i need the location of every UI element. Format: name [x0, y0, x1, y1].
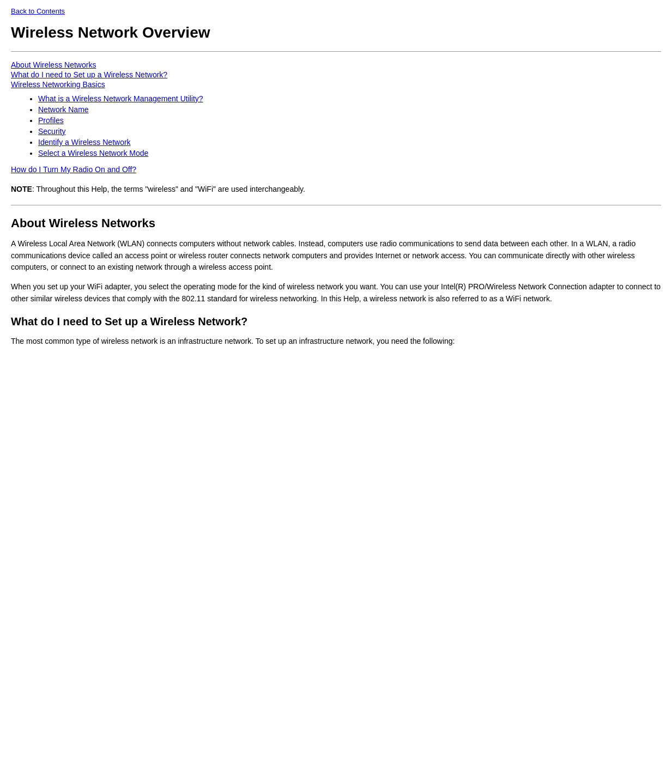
- note-block: NOTE: Throughout this Help, the terms "w…: [11, 184, 661, 195]
- about-paragraph-1: A Wireless Local Area Network (WLAN) con…: [11, 238, 661, 274]
- toc-sublist: What is a Wireless Network Management Ut…: [11, 94, 661, 157]
- top-divider: [11, 51, 661, 52]
- list-item: Identify a Wireless Network: [38, 138, 661, 147]
- setup-section-title: What do I need to Set up a Wireless Netw…: [11, 315, 661, 328]
- list-item: What is a Wireless Network Management Ut…: [38, 94, 661, 103]
- setup-paragraph-1: The most common type of wireless network…: [11, 336, 661, 348]
- about-paragraph-2: When you set up your WiFi adapter, you s…: [11, 281, 661, 305]
- toc-link-security[interactable]: Security: [38, 127, 66, 136]
- toc-link-select-mode[interactable]: Select a Wireless Network Mode: [38, 149, 148, 157]
- toc-link-about[interactable]: About Wireless Networks: [11, 60, 661, 69]
- toc-link-setup[interactable]: What do I need to Set up a Wireless Netw…: [11, 70, 661, 79]
- list-item: Network Name: [38, 105, 661, 114]
- list-item: Select a Wireless Network Mode: [38, 149, 661, 157]
- about-section-title: About Wireless Networks: [11, 216, 661, 230]
- toc-link-profiles[interactable]: Profiles: [38, 116, 64, 125]
- toc-link-identify[interactable]: Identify a Wireless Network: [38, 138, 131, 147]
- page-title: Wireless Network Overview: [11, 24, 661, 41]
- toc-radio-section: How do I Turn My Radio On and Off?: [11, 165, 661, 174]
- note-label: NOTE: [11, 185, 32, 193]
- toc-link-radio[interactable]: How do I Turn My Radio On and Off?: [11, 165, 136, 174]
- list-item: Security: [38, 127, 661, 136]
- note-text: : Throughout this Help, the terms "wirel…: [32, 185, 305, 193]
- list-item: Profiles: [38, 116, 661, 125]
- toc-link-basics[interactable]: Wireless Networking Basics: [11, 80, 661, 89]
- toc-top-links: About Wireless Networks What do I need t…: [11, 60, 661, 89]
- middle-divider: [11, 205, 661, 205]
- toc-link-networkname[interactable]: Network Name: [38, 105, 89, 114]
- back-to-contents-link[interactable]: Back to Contents: [11, 7, 65, 15]
- toc-link-utility[interactable]: What is a Wireless Network Management Ut…: [38, 94, 203, 103]
